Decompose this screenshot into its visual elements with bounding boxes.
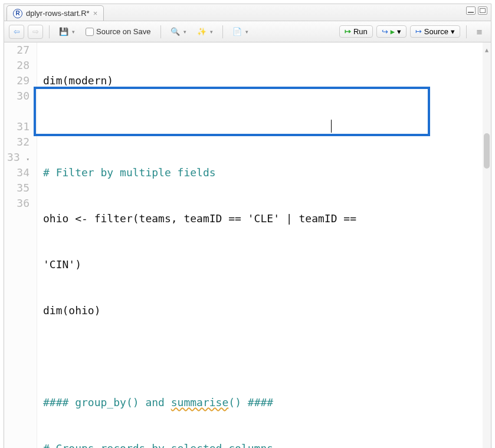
magic-wand-button[interactable]: ✨▾ <box>194 26 217 37</box>
outline-button[interactable]: ≣ <box>473 26 486 37</box>
editor-scrollbar[interactable]: ▲ ▼ <box>483 42 491 448</box>
chevron-down-icon[interactable]: ▾ <box>245 29 248 35</box>
line-num: 33 <box>7 151 20 163</box>
source-on-save-toggle[interactable]: Source on Save <box>82 26 155 37</box>
forward-button[interactable]: ⇨ <box>28 25 43 39</box>
section-pre: #### group_by() and <box>43 396 171 409</box>
editor-tab-title: dplyr-rows-start.R* <box>26 9 90 18</box>
checkbox-icon[interactable] <box>86 28 94 36</box>
code-editor[interactable]: 27 28 29 30 31 32 33 ▾ 34 35 36 dim(mode… <box>4 42 491 448</box>
chevron-down-icon[interactable]: ▾ <box>183 29 186 35</box>
section-squiggle: summarise <box>171 396 229 409</box>
close-icon[interactable]: × <box>93 9 98 18</box>
save-button[interactable]: 💾▾ <box>55 26 78 37</box>
text-cursor <box>331 120 332 133</box>
line-number: 33 ▾ <box>4 150 29 165</box>
chevron-down-icon[interactable]: ▾ <box>451 27 455 36</box>
r-file-icon: R <box>13 9 22 18</box>
toolbar-separator <box>222 25 223 38</box>
run-label: Run <box>353 27 368 36</box>
play-icon: ▸ <box>391 27 395 36</box>
editor-tab-active[interactable]: R dplyr-rows-start.R* × <box>6 5 104 21</box>
notebook-button[interactable]: 📄▾ <box>229 26 252 37</box>
toolbar-separator <box>466 25 467 38</box>
line-number: 29 <box>4 73 29 88</box>
code-comment: # Filter by multiple fields <box>43 166 216 179</box>
fold-arrow-icon[interactable]: ▾ <box>27 156 29 162</box>
line-number: 35 <box>4 180 29 196</box>
wand-icon: ✨ <box>197 27 206 36</box>
source-label: Source <box>424 27 448 36</box>
toolbar-separator <box>160 25 161 38</box>
line-number: 28 <box>4 58 29 73</box>
line-number <box>4 104 29 119</box>
code-section-header: #### group_by() and summarise() #### <box>43 395 491 410</box>
code-text: ohio <- filter(teams, teamID == 'CLE' | … <box>43 212 363 225</box>
line-number: 31 <box>4 119 29 134</box>
scroll-thumb[interactable] <box>484 133 490 169</box>
toolbar-separator <box>49 25 50 38</box>
source-arrow-icon: ↦ <box>415 27 422 36</box>
find-button[interactable]: 🔍▾ <box>167 26 190 37</box>
editor-toolbar: ⇦ ⇨ 💾▾ Source on Save 🔍▾ ✨▾ 📄▾ ↦Run ↪▸▾ … <box>4 21 491 42</box>
line-number: 27 <box>4 42 29 58</box>
arrow-right-icon: ⇨ <box>32 27 39 36</box>
notebook-icon: 📄 <box>232 27 242 36</box>
pane-window-buttons <box>466 6 487 15</box>
code-text: 'CIN') <box>43 258 81 271</box>
save-dropdown-icon[interactable]: ▾ <box>72 29 75 35</box>
line-number: 34 <box>4 165 29 180</box>
editor-tabbar: R dplyr-rows-start.R* × <box>4 4 491 21</box>
run-arrow-icon: ↦ <box>345 27 351 36</box>
code-comment: # Groups records by selected columns <box>43 442 273 448</box>
outline-icon: ≣ <box>476 27 483 36</box>
minimize-pane-icon[interactable] <box>466 6 476 15</box>
floppy-icon: 💾 <box>59 27 68 36</box>
arrow-left-icon: ⇦ <box>14 27 20 36</box>
line-number: 32 <box>4 134 29 150</box>
chevron-down-icon[interactable]: ▾ <box>210 29 213 35</box>
source-button[interactable]: ↦Source▾ <box>410 25 460 38</box>
run-button[interactable]: ↦Run <box>339 25 373 38</box>
editor-pane: R dplyr-rows-start.R* × ⇦ ⇨ 💾▾ Source on… <box>4 4 491 448</box>
magnifier-icon: 🔍 <box>171 27 180 36</box>
maximize-pane-icon[interactable] <box>478 6 487 15</box>
back-button[interactable]: ⇦ <box>9 25 24 39</box>
line-number: 30 <box>4 88 29 104</box>
section-post: () #### <box>228 396 273 409</box>
line-gutter: 27 28 29 30 31 32 33 ▾ 34 35 36 <box>4 42 37 448</box>
rerun-icon: ↪ <box>382 27 388 36</box>
line-number: 36 <box>4 196 29 211</box>
rerun-button[interactable]: ↪▸▾ <box>376 25 407 38</box>
code-body[interactable]: dim(modern) # Filter by multiple fields … <box>37 42 491 448</box>
scroll-up-icon[interactable]: ▲ <box>485 42 489 51</box>
code-text: dim(ohio) <box>43 304 101 317</box>
chevron-down-icon[interactable]: ▾ <box>397 27 401 36</box>
code-text: dim(modern) <box>43 74 113 87</box>
source-on-save-label: Source on Save <box>96 27 151 36</box>
